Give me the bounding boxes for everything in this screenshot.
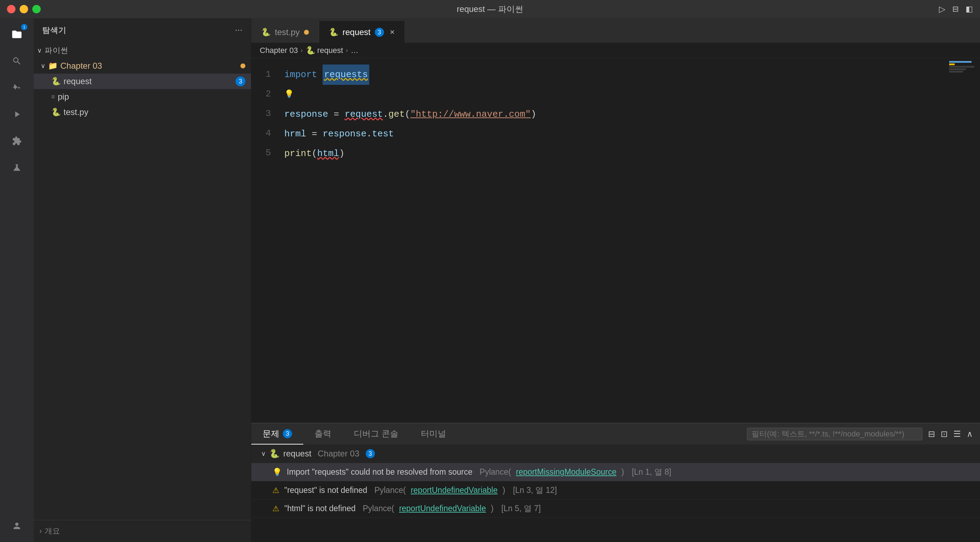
output-label: 출력 xyxy=(315,428,331,439)
problem-location-3: [Ln 5, 열 7] xyxy=(501,503,541,514)
problem-item-1[interactable]: 💡 Import "requests" could not be resolve… xyxy=(251,463,980,481)
problem-link-1[interactable]: reportMissingModuleSource xyxy=(516,468,616,477)
problem-item-2[interactable]: ⚠ "request" is not defined Pylance( repo… xyxy=(251,481,980,499)
breadcrumb-file-label: request xyxy=(317,46,343,55)
activity-icon-testing[interactable] xyxy=(4,155,30,180)
sidebar-item-pip[interactable]: ≡ pip xyxy=(34,89,251,105)
activity-icon-account[interactable] xyxy=(4,513,30,539)
breadcrumb-chapter[interactable]: Chapter 03 xyxy=(260,46,298,55)
pip-name: pip xyxy=(58,92,245,101)
panel-tabs: 문제 3 출력 디버그 콘솔 터미널 ⊟ ⊡ ☰ ∧ xyxy=(251,423,980,445)
panel-filter-input[interactable] xyxy=(747,428,923,441)
problem-source-close-1: ) xyxy=(621,468,624,477)
activity-icon-run[interactable] xyxy=(4,101,30,127)
minimap-line-1 xyxy=(949,61,972,63)
problem-link-2[interactable]: reportUndefinedVariable xyxy=(410,485,498,495)
breadcrumb-file-icon: 🐍 xyxy=(306,46,315,55)
mod-requests: requests xyxy=(323,65,369,85)
problem-text-3: "html" is not defined xyxy=(284,504,356,513)
breadcrumb-more-label: … xyxy=(351,46,358,55)
tab-close-button[interactable]: ✕ xyxy=(390,29,395,36)
sidebar-header-icons[interactable]: ··· xyxy=(235,26,243,35)
sidebar-toggle-icon[interactable]: ◧ xyxy=(966,5,973,14)
layout-icon[interactable]: ⊟ xyxy=(952,5,959,14)
func-get: get xyxy=(388,105,405,124)
tab-modified-dot xyxy=(304,30,309,35)
collapse-icon[interactable]: ⊡ xyxy=(941,429,948,439)
warn-icon-3: ⚠ xyxy=(272,504,279,513)
debug-console-label: 디버그 콘솔 xyxy=(354,428,398,439)
run-icon[interactable]: ▷ xyxy=(939,4,945,14)
activity-icon-explorer[interactable]: 1 xyxy=(4,22,30,47)
sidebar-item-chapter03[interactable]: ∨ 📁 Chapter 03 xyxy=(34,58,251,74)
sidebar-item-root[interactable]: ∨ 파이썬 xyxy=(34,43,251,58)
file-icon-request: 🐍 xyxy=(51,77,61,86)
code-content[interactable]: import requests 💡 response = request . xyxy=(279,58,938,423)
activity-icon-source-control[interactable] xyxy=(4,75,30,100)
minimap-content xyxy=(949,61,977,73)
explorer-badge: 1 xyxy=(21,24,27,30)
chapter-name: Chapter 03 xyxy=(60,61,238,71)
chapter-dot xyxy=(240,63,245,68)
close-panel-icon[interactable]: ∧ xyxy=(967,429,973,439)
var-response2: response xyxy=(323,124,366,144)
breadcrumb-sep1: › xyxy=(301,47,303,54)
chapter-arrow: ∨ xyxy=(41,62,45,70)
sidebar-item-testpy[interactable]: 🐍 test.py xyxy=(34,105,251,120)
code-line-2: 💡 xyxy=(284,85,938,105)
sidebar-item-request[interactable]: 🐍 request 3 xyxy=(34,74,251,89)
minimize-button[interactable] xyxy=(20,5,28,13)
sort-icon[interactable]: ☰ xyxy=(953,429,961,439)
activity-icon-search[interactable] xyxy=(4,48,30,74)
activity-bar: 1 xyxy=(0,18,34,542)
panel-tab-debug-console[interactable]: 디버그 콘솔 xyxy=(342,423,410,445)
panel-tab-problems[interactable]: 문제 3 xyxy=(251,423,303,445)
code-line-5: print ( html ) xyxy=(284,144,938,163)
editor-area: 🐍 test.py 🐍 request 3 ✕ Chapter 03 › 🐍 r… xyxy=(251,18,980,542)
problem-text-1: Import "requests" could not be resolved … xyxy=(287,468,473,477)
problem-location-2: [Ln 3, 열 12] xyxy=(513,485,557,496)
panel-right-controls: ⊟ ⊡ ☰ ∧ xyxy=(747,428,980,441)
op-eq: = xyxy=(328,105,345,124)
problem-source-2: Pylance( xyxy=(372,485,406,495)
outline-section[interactable]: › 개요 xyxy=(34,520,251,542)
problem-text-2: "request" is not defined xyxy=(284,485,367,495)
problem-link-3[interactable]: reportUndefinedVariable xyxy=(399,504,486,513)
breadcrumb-more[interactable]: … xyxy=(351,46,358,55)
tab-label-request: request xyxy=(342,27,371,37)
collapse-arrow: ∨ xyxy=(37,47,42,54)
more-options-icon[interactable]: ··· xyxy=(235,26,243,35)
terminal-label: 터미널 xyxy=(421,428,446,439)
problem-location-1: [Ln 1, 열 8] xyxy=(632,467,671,477)
code-area-wrapper: 1 2 3 4 5 import requests 💡 xyxy=(251,58,980,423)
close-button[interactable] xyxy=(7,5,16,13)
outline-label: 개요 xyxy=(45,526,60,536)
op-dot1: . xyxy=(383,105,388,124)
tab-request[interactable]: 🐍 request 3 ✕ xyxy=(319,21,405,43)
group-file-icon: 🐍 xyxy=(269,449,280,458)
sidebar-title: 탐색기 xyxy=(42,25,66,36)
minimap-line-3 xyxy=(949,66,974,68)
breadcrumb-file[interactable]: 🐍 request xyxy=(306,46,343,55)
sidebar: 탐색기 ··· ∨ 파이썬 ∨ 📁 Chapter 03 🐍 request 3… xyxy=(34,18,251,542)
tab-testpy[interactable]: 🐍 test.py xyxy=(251,21,319,43)
code-editor[interactable]: 1 2 3 4 5 import requests 💡 xyxy=(251,58,938,423)
problem-group-header[interactable]: ∨ 🐍 request Chapter 03 3 xyxy=(251,445,980,463)
titlebar-title: request — 파이썬 xyxy=(457,3,523,15)
folder-icon: 📁 xyxy=(48,61,57,70)
filter-icon[interactable]: ⊟ xyxy=(928,429,935,439)
minimap-line-5 xyxy=(949,71,963,73)
var-test: test xyxy=(372,124,394,144)
lightbulb-icon[interactable]: 💡 xyxy=(284,85,294,105)
panel-tab-output[interactable]: 출력 xyxy=(303,423,342,445)
str-url: "http://www.naver.com" xyxy=(410,105,531,124)
group-arrow: ∨ xyxy=(261,450,266,458)
problem-source-close-2: ) xyxy=(503,485,506,495)
panel-tab-terminal[interactable]: 터미널 xyxy=(410,423,457,445)
problem-item-3[interactable]: ⚠ "html" is not defined Pylance( reportU… xyxy=(251,499,980,518)
titlebar-controls[interactable] xyxy=(7,5,41,13)
activity-icon-extensions[interactable] xyxy=(4,128,30,154)
group-badge: 3 xyxy=(366,449,375,458)
sidebar-header: 탐색기 ··· xyxy=(34,18,251,43)
maximize-button[interactable] xyxy=(32,5,41,13)
